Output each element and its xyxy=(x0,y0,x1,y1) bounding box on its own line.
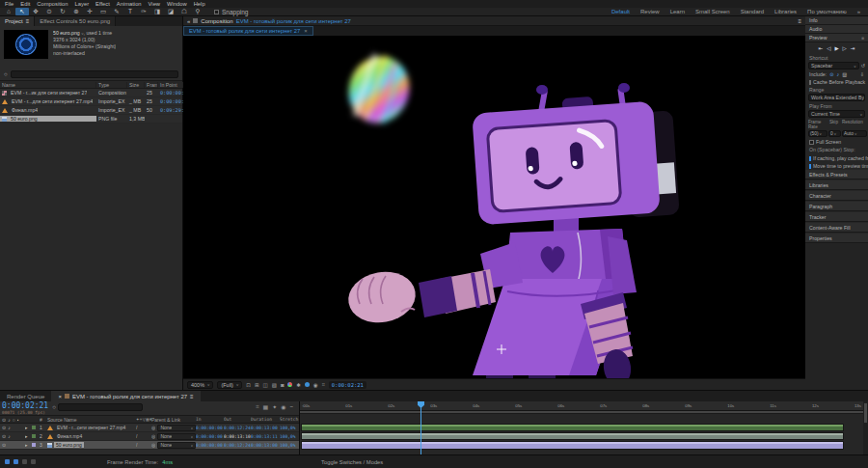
layer-visibility-icon[interactable]: ⊙ xyxy=(2,442,6,448)
workspace-tab-standard[interactable]: Standard xyxy=(741,9,764,14)
selection-tool-icon[interactable]: ↖ xyxy=(15,8,29,15)
layer-out[interactable]: 0:00:12:24 xyxy=(224,443,251,448)
orbit-tool-icon[interactable]: ↻ xyxy=(56,8,69,15)
layer-duration[interactable]: 0:00:13:11 xyxy=(251,434,280,439)
eraser-tool-icon[interactable]: ◪ xyxy=(164,8,177,15)
motion-blur-icon[interactable] xyxy=(31,459,36,464)
col-out[interactable]: Out xyxy=(224,417,251,422)
layer-name[interactable]: EVM - г...сети интернет 27.mp4 xyxy=(55,425,127,430)
puppet-tool-icon[interactable]: ⚲ xyxy=(191,8,204,15)
panel-collapse-icon[interactable]: « xyxy=(187,18,190,24)
transparency-grid-icon[interactable]: ▨ xyxy=(272,382,277,388)
col-name[interactable]: Name xyxy=(0,82,96,88)
work-area-bar[interactable] xyxy=(300,411,863,414)
layer-duration[interactable]: 0:00:13:00 xyxy=(251,426,280,430)
layer-name[interactable]: 50 euro.png xyxy=(54,442,84,448)
layer-row-3[interactable]: ⊙ ▸ 3 50 euro.png / ◎None˅ 0:00:00:00 0:… xyxy=(0,441,299,450)
play-icon[interactable]: ▶ xyxy=(834,45,838,51)
resolution-select[interactable]: Auto˅ xyxy=(842,130,867,137)
layer-in[interactable]: 0:00:00:00 xyxy=(196,443,224,448)
col-stretch[interactable]: Stretch xyxy=(280,417,299,422)
first-frame-icon[interactable]: ⇤ xyxy=(819,45,824,51)
label-color-chip[interactable] xyxy=(32,443,36,447)
twirl-icon[interactable]: ▸ xyxy=(25,433,32,439)
twirl-icon[interactable]: ▸ xyxy=(25,425,32,430)
info-panel-header[interactable]: Info xyxy=(805,16,868,25)
audio-column-icon[interactable]: ♪ xyxy=(8,417,11,423)
play-cached-frames-checkbox[interactable] xyxy=(809,156,811,161)
adjust-exposure-icon[interactable] xyxy=(305,382,310,387)
home-tool-icon[interactable]: ⌂ xyxy=(2,8,15,15)
layer-in[interactable]: 0:00:00:00 xyxy=(196,434,224,439)
menu-file[interactable]: File xyxy=(5,1,14,7)
project-row-50-euro-png[interactable]: 50 euro.png PNG file1,3 MB xyxy=(0,115,182,124)
layer-audio-icon[interactable]: ♪ xyxy=(8,433,11,439)
composition-mini-tab[interactable]: EVM - готовый ролик для сети интернет 27… xyxy=(183,26,313,36)
project-row-composition[interactable]: EVM - г...ик для сети интернет 27 Compos… xyxy=(0,89,182,97)
timeline-scrollbar[interactable] xyxy=(863,401,868,455)
parent-dropdown[interactable]: None˅ xyxy=(157,425,196,431)
layer-row-1[interactable]: ⊙♪ ▸ 1 EVM - г...сети интернет 27.mp4 / … xyxy=(0,424,299,432)
col-duration[interactable]: Duration xyxy=(251,417,280,422)
snapping-checkbox[interactable] xyxy=(214,10,219,14)
col-type[interactable]: Type xyxy=(96,82,127,88)
cache-before-playback-checkbox[interactable] xyxy=(809,80,811,85)
col-frame-rate[interactable]: Frame R... xyxy=(145,82,158,88)
menu-effect[interactable]: Effect xyxy=(95,1,110,7)
pan-camera-tool-icon[interactable]: ⊕ xyxy=(69,8,83,15)
toggle-switches-button[interactable]: Toggle Switches / Modes xyxy=(321,459,383,465)
parent-dropdown[interactable]: None˅ xyxy=(157,442,196,449)
brush-tool-icon[interactable]: ✑ xyxy=(137,8,150,15)
project-search-input[interactable] xyxy=(11,70,178,78)
menu-view[interactable]: View xyxy=(149,1,160,7)
quality-switch-icon[interactable]: / xyxy=(136,442,151,448)
composition-tab-name[interactable]: EVM - готовый ролик для сети интернет 27 xyxy=(236,18,351,24)
preview-timecode[interactable]: 0:00:02:21 xyxy=(329,381,366,389)
pickwhip-icon[interactable]: ◎ xyxy=(151,433,155,439)
quality-switch-icon[interactable]: / xyxy=(136,433,151,439)
tab-render-queue[interactable]: Render Queue xyxy=(0,391,51,401)
tab-timeline-composition[interactable]: × EVM - готовый ролик для сети интернет … xyxy=(51,391,200,401)
layer-row-2[interactable]: ⊙♪ ▸ 2 Финал.mp4 / ◎None˅ 0:00:00:00 0:0… xyxy=(0,432,299,441)
workspace-tab-review[interactable]: Review xyxy=(640,9,660,14)
workspace-tab-po-umolchaniyu[interactable]: По умолчанию xyxy=(807,9,847,14)
content-aware-fill-panel-header[interactable]: Content-Aware Fill xyxy=(805,223,868,233)
layer-bar-1[interactable] xyxy=(301,424,844,431)
graph-editor-icon[interactable]: ~ xyxy=(289,403,293,410)
layer-in[interactable]: 0:00:00:00 xyxy=(196,426,224,430)
workspace-overflow-button[interactable]: » xyxy=(857,9,860,14)
label-color-chip[interactable] xyxy=(32,426,36,429)
quality-switch-icon[interactable]: / xyxy=(136,425,151,430)
col-in-point[interactable]: In Point xyxy=(158,82,183,88)
menu-animation[interactable]: Animation xyxy=(117,1,142,7)
magnification-dropdown[interactable]: 400%˅ xyxy=(187,381,213,389)
layer-out[interactable]: 0:00:13:10 xyxy=(224,434,251,439)
twirl-icon[interactable]: ▸ xyxy=(25,442,32,448)
current-timecode[interactable]: 0:00:02:21 xyxy=(2,402,48,410)
draft-3d-icon[interactable]: ▦ xyxy=(263,403,269,410)
composition-tab-label[interactable]: Composition xyxy=(201,18,232,24)
col-in[interactable]: In xyxy=(196,417,224,422)
next-frame-icon[interactable]: ▷ xyxy=(843,45,847,51)
workspace-tab-default[interactable]: Default xyxy=(611,9,630,14)
time-ruler[interactable]: :00s 01s 02s 03s 04s 05s 06s 07s 08s 09s… xyxy=(300,401,863,411)
libraries-panel-header[interactable]: Libraries xyxy=(805,180,868,190)
pen-tool-icon[interactable]: ✎ xyxy=(110,8,123,15)
playhead-line[interactable] xyxy=(420,401,421,455)
tab-effect-controls[interactable]: Effect Controls 50 euro.png xyxy=(35,16,116,26)
composition-mini-flowchart-icon[interactable]: ⌗ xyxy=(256,403,258,410)
snapshot-icon[interactable]: ◉ xyxy=(313,382,318,388)
zoom-tool-icon[interactable]: ⊙ xyxy=(42,8,56,15)
exposure-icon[interactable]: ◙ xyxy=(281,382,284,388)
roto-brush-tool-icon[interactable]: ☖ xyxy=(177,8,191,15)
play-from-dropdown[interactable]: Current Time˅ xyxy=(808,110,865,118)
layer-name[interactable]: Финал.mp4 xyxy=(55,433,84,439)
workspace-tab-learn[interactable]: Learn xyxy=(670,9,685,14)
tab-project[interactable]: Project ≡ xyxy=(0,16,35,26)
timeline-search-input[interactable] xyxy=(58,403,143,411)
col-size[interactable]: Size xyxy=(127,82,145,88)
layer-stretch[interactable]: 100,0% xyxy=(280,426,299,430)
pickwhip-icon[interactable]: ◎ xyxy=(151,425,155,430)
close-icon[interactable]: × xyxy=(304,28,307,34)
pickwhip-icon[interactable]: ◎ xyxy=(151,442,155,448)
